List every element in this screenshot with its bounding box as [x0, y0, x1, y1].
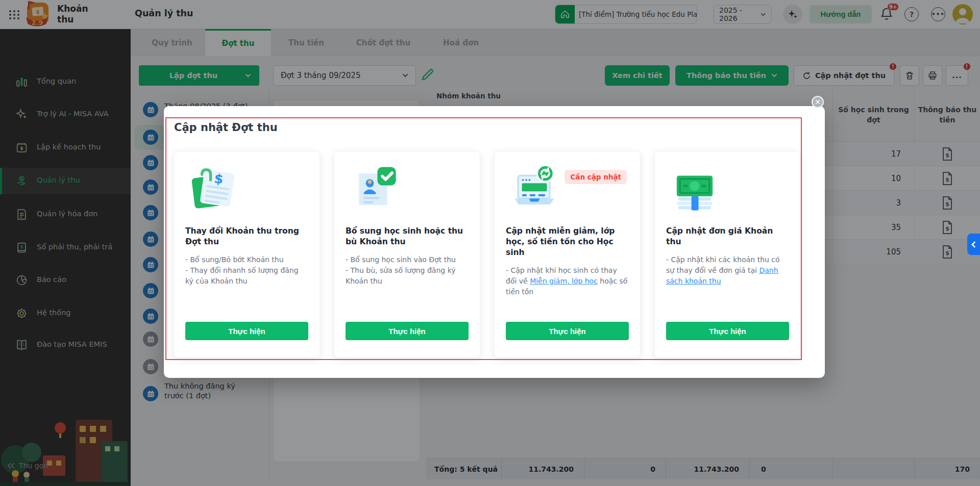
- card-description: - Bổ sung học sinh vào Đợt thu - Thu bù,…: [346, 254, 469, 287]
- card-change-fee-items: $ Thay đổi Khoản thu trong Đợt thu - Bổ …: [174, 151, 320, 358]
- modal-title: Cập nhật Đợt thu: [174, 121, 278, 134]
- card-update-exemptions: Cần cập nhật: [494, 151, 641, 358]
- card-title: Cập nhật miễn giảm, lớp học, số tiền tồn…: [506, 226, 629, 258]
- student-doc-check-icon: [346, 164, 469, 217]
- update-batch-modal: Cập nhật Đợt thu ✕ $: [164, 106, 825, 378]
- card-description: - Bổ sung/Bỏ bớt Khoản thu - Thay đổi nh…: [185, 254, 308, 287]
- card-title: Bổ sung học sinh hoặc thu bù Khoản thu: [346, 226, 469, 247]
- money-icon: [666, 164, 789, 217]
- card-update-unit-price: Cập nhật đơn giá Khoản thu - Cập nhật kh…: [654, 151, 801, 358]
- card-title: Thay đổi Khoản thu trong Đợt thu: [185, 226, 308, 247]
- card-description: - Cập nhật khi học sinh có thay đổi về M…: [506, 265, 629, 297]
- execute-button[interactable]: Thực hiện: [506, 322, 629, 340]
- card-add-students: Bổ sung học sinh hoặc thu bù Khoản thu -…: [334, 151, 480, 358]
- execute-button[interactable]: Thực hiện: [346, 322, 469, 340]
- note-dollar-icon: $: [185, 164, 308, 217]
- card-title: Cập nhật đơn giá Khoản thu: [666, 226, 789, 247]
- expand-panel-tab[interactable]: [967, 234, 980, 255]
- chevron-left-icon: [971, 241, 976, 248]
- exemptions-link[interactable]: Miễn giảm, lớp học: [530, 277, 598, 285]
- card-description: - Cập nhật khi các khoản thu có sự thay …: [666, 254, 789, 287]
- needs-update-badge: Cần cập nhật: [565, 170, 627, 184]
- execute-button[interactable]: Thực hiện: [185, 322, 308, 340]
- close-icon[interactable]: ✕: [812, 96, 824, 108]
- app-window: $ 2.9 Khoản thu Quản lý thu [Thí điểm] T…: [0, 0, 980, 486]
- execute-button[interactable]: Thực hiện: [666, 322, 789, 340]
